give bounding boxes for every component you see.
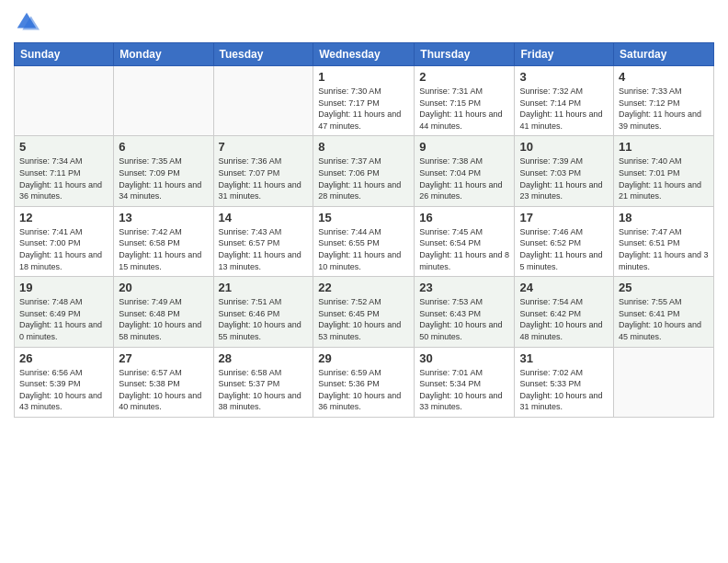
calendar-week-row: 26Sunrise: 6:56 AM Sunset: 5:39 PM Dayli…: [15, 347, 714, 417]
day-number: 13: [119, 211, 208, 224]
calendar-cell: [614, 347, 714, 417]
day-number: 8: [318, 140, 409, 154]
calendar-cell: 18Sunrise: 7:47 AM Sunset: 6:51 PM Dayli…: [614, 206, 714, 276]
calendar-cell: 19Sunrise: 7:48 AM Sunset: 6:49 PM Dayli…: [15, 277, 114, 347]
day-info: Sunrise: 7:31 AM Sunset: 7:15 PM Dayligh…: [419, 86, 509, 132]
day-number: 7: [219, 140, 309, 154]
logo: [14, 9, 41, 35]
calendar-cell: 2Sunrise: 7:31 AM Sunset: 7:15 PM Daylig…: [415, 66, 515, 136]
day-number: 10: [519, 140, 609, 154]
day-info: Sunrise: 7:32 AM Sunset: 7:14 PM Dayligh…: [519, 86, 609, 132]
day-info: Sunrise: 7:49 AM Sunset: 6:48 PM Dayligh…: [119, 296, 208, 342]
col-friday: Friday: [515, 43, 614, 66]
day-number: 22: [318, 281, 409, 294]
calendar-week-row: 12Sunrise: 7:41 AM Sunset: 7:00 PM Dayli…: [15, 206, 714, 276]
day-info: Sunrise: 7:39 AM Sunset: 7:03 PM Dayligh…: [519, 155, 609, 201]
calendar-cell: 24Sunrise: 7:54 AM Sunset: 6:42 PM Dayli…: [515, 277, 614, 347]
day-number: 18: [619, 211, 709, 224]
calendar-week-row: 19Sunrise: 7:48 AM Sunset: 6:49 PM Dayli…: [15, 277, 714, 347]
calendar-cell: 15Sunrise: 7:44 AM Sunset: 6:55 PM Dayli…: [313, 206, 415, 276]
day-info: Sunrise: 7:02 AM Sunset: 5:33 PM Dayligh…: [519, 367, 609, 413]
day-info: Sunrise: 7:30 AM Sunset: 7:17 PM Dayligh…: [318, 86, 409, 132]
day-number: 23: [419, 281, 509, 294]
calendar-cell: 8Sunrise: 7:37 AM Sunset: 7:06 PM Daylig…: [313, 136, 415, 206]
day-info: Sunrise: 6:56 AM Sunset: 5:39 PM Dayligh…: [19, 367, 108, 413]
day-number: 24: [519, 281, 609, 294]
calendar-week-row: 5Sunrise: 7:34 AM Sunset: 7:11 PM Daylig…: [15, 136, 714, 206]
col-tuesday: Tuesday: [213, 43, 313, 66]
calendar-cell: 4Sunrise: 7:33 AM Sunset: 7:12 PM Daylig…: [614, 66, 714, 136]
calendar-cell: 20Sunrise: 7:49 AM Sunset: 6:48 PM Dayli…: [114, 277, 213, 347]
calendar-cell: 26Sunrise: 6:56 AM Sunset: 5:39 PM Dayli…: [15, 347, 114, 417]
calendar-cell: 23Sunrise: 7:53 AM Sunset: 6:43 PM Dayli…: [415, 277, 515, 347]
day-number: 29: [318, 351, 409, 365]
day-number: 21: [219, 281, 309, 294]
day-number: 26: [19, 351, 108, 365]
day-number: 27: [119, 351, 208, 365]
day-info: Sunrise: 7:53 AM Sunset: 6:43 PM Dayligh…: [419, 296, 509, 342]
calendar-cell: 7Sunrise: 7:36 AM Sunset: 7:07 PM Daylig…: [213, 136, 313, 206]
day-number: 1: [318, 70, 409, 84]
day-info: Sunrise: 7:54 AM Sunset: 6:42 PM Dayligh…: [519, 296, 609, 342]
day-number: 15: [318, 211, 409, 224]
day-info: Sunrise: 7:40 AM Sunset: 7:01 PM Dayligh…: [619, 155, 709, 201]
calendar-cell: 29Sunrise: 6:59 AM Sunset: 5:36 PM Dayli…: [313, 347, 415, 417]
day-info: Sunrise: 7:01 AM Sunset: 5:34 PM Dayligh…: [419, 367, 509, 413]
day-number: 5: [19, 140, 108, 154]
calendar-cell: 14Sunrise: 7:43 AM Sunset: 6:57 PM Dayli…: [213, 206, 313, 276]
day-number: 9: [419, 140, 509, 154]
day-number: 30: [419, 351, 509, 365]
day-number: 14: [219, 211, 309, 224]
day-info: Sunrise: 7:43 AM Sunset: 6:57 PM Dayligh…: [219, 226, 309, 272]
calendar-cell: 5Sunrise: 7:34 AM Sunset: 7:11 PM Daylig…: [15, 136, 114, 206]
calendar-cell: 28Sunrise: 6:58 AM Sunset: 5:37 PM Dayli…: [213, 347, 313, 417]
calendar-cell: 27Sunrise: 6:57 AM Sunset: 5:38 PM Dayli…: [114, 347, 213, 417]
calendar-cell: 3Sunrise: 7:32 AM Sunset: 7:14 PM Daylig…: [515, 66, 614, 136]
calendar-cell: 10Sunrise: 7:39 AM Sunset: 7:03 PM Dayli…: [515, 136, 614, 206]
logo-icon: [14, 9, 40, 35]
day-info: Sunrise: 7:38 AM Sunset: 7:04 PM Dayligh…: [419, 155, 509, 201]
day-info: Sunrise: 7:34 AM Sunset: 7:11 PM Dayligh…: [19, 155, 108, 201]
calendar-cell: 17Sunrise: 7:46 AM Sunset: 6:52 PM Dayli…: [515, 206, 614, 276]
calendar-cell: 30Sunrise: 7:01 AM Sunset: 5:34 PM Dayli…: [415, 347, 515, 417]
day-info: Sunrise: 7:37 AM Sunset: 7:06 PM Dayligh…: [318, 155, 409, 201]
day-number: 3: [519, 70, 609, 84]
day-number: 16: [419, 211, 509, 224]
day-number: 19: [19, 281, 108, 294]
day-info: Sunrise: 6:59 AM Sunset: 5:36 PM Dayligh…: [318, 367, 409, 413]
calendar-cell: 12Sunrise: 7:41 AM Sunset: 7:00 PM Dayli…: [15, 206, 114, 276]
calendar-cell: [213, 66, 313, 136]
calendar-week-row: 1Sunrise: 7:30 AM Sunset: 7:17 PM Daylig…: [15, 66, 714, 136]
col-saturday: Saturday: [614, 43, 714, 66]
calendar-cell: 22Sunrise: 7:52 AM Sunset: 6:45 PM Dayli…: [313, 277, 415, 347]
day-info: Sunrise: 6:57 AM Sunset: 5:38 PM Dayligh…: [119, 367, 208, 413]
calendar-cell: 11Sunrise: 7:40 AM Sunset: 7:01 PM Dayli…: [614, 136, 714, 206]
day-number: 4: [619, 70, 709, 84]
page-container: Sunday Monday Tuesday Wednesday Thursday…: [0, 0, 728, 563]
day-number: 12: [19, 211, 108, 224]
day-info: Sunrise: 7:41 AM Sunset: 7:00 PM Dayligh…: [19, 226, 108, 272]
day-info: Sunrise: 7:42 AM Sunset: 6:58 PM Dayligh…: [119, 226, 208, 272]
day-info: Sunrise: 7:45 AM Sunset: 6:54 PM Dayligh…: [419, 226, 509, 272]
calendar-cell: 16Sunrise: 7:45 AM Sunset: 6:54 PM Dayli…: [415, 206, 515, 276]
col-thursday: Thursday: [415, 43, 515, 66]
calendar-cell: 31Sunrise: 7:02 AM Sunset: 5:33 PM Dayli…: [515, 347, 614, 417]
day-number: 2: [419, 70, 509, 84]
day-info: Sunrise: 7:33 AM Sunset: 7:12 PM Dayligh…: [619, 86, 709, 132]
day-info: Sunrise: 7:48 AM Sunset: 6:49 PM Dayligh…: [19, 296, 108, 342]
calendar-cell: 6Sunrise: 7:35 AM Sunset: 7:09 PM Daylig…: [114, 136, 213, 206]
day-number: 31: [519, 351, 609, 365]
calendar-cell: 13Sunrise: 7:42 AM Sunset: 6:58 PM Dayli…: [114, 206, 213, 276]
day-info: Sunrise: 6:58 AM Sunset: 5:37 PM Dayligh…: [219, 367, 309, 413]
day-number: 28: [219, 351, 309, 365]
calendar-cell: 21Sunrise: 7:51 AM Sunset: 6:46 PM Dayli…: [213, 277, 313, 347]
header-row: Sunday Monday Tuesday Wednesday Thursday…: [15, 43, 714, 66]
day-info: Sunrise: 7:55 AM Sunset: 6:41 PM Dayligh…: [619, 296, 709, 342]
calendar-cell: 1Sunrise: 7:30 AM Sunset: 7:17 PM Daylig…: [313, 66, 415, 136]
calendar-table: Sunday Monday Tuesday Wednesday Thursday…: [14, 42, 714, 418]
day-number: 20: [119, 281, 208, 294]
day-info: Sunrise: 7:52 AM Sunset: 6:45 PM Dayligh…: [318, 296, 409, 342]
calendar-cell: 25Sunrise: 7:55 AM Sunset: 6:41 PM Dayli…: [614, 277, 714, 347]
day-number: 25: [619, 281, 709, 294]
page-header: [14, 9, 714, 35]
